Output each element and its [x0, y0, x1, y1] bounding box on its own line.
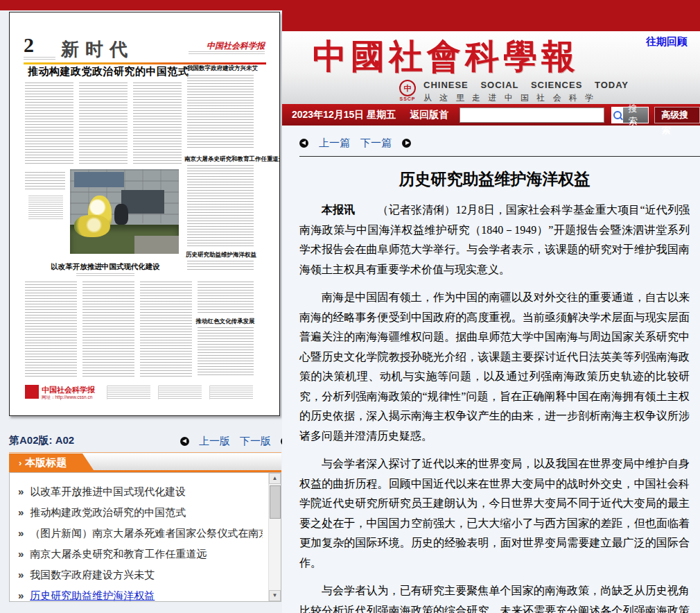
- section-headlines-tab: ›本版标题: [9, 454, 82, 472]
- headline-list-item[interactable]: »（图片新闻）南京大屠杀死难者国家公祭仪式在南京举行: [18, 523, 263, 544]
- headline-list-item[interactable]: »以改革开放推进中国式现代化建设: [18, 481, 263, 502]
- top-red-strip: [0, 0, 282, 10]
- headline-list-item[interactable]: »我国数字政府建设方兴未艾: [18, 564, 263, 585]
- article-title: 历史研究助益维护海洋权益: [299, 169, 690, 190]
- paper-footer-site: 网址：http://www.cssn.cn: [42, 395, 92, 401]
- paper-headline-main: 推动构建政党政治研究的中国范式: [28, 65, 194, 78]
- photo-caption: [28, 196, 63, 219]
- edition-label: 第A02版: A02: [9, 434, 74, 446]
- paper-text-column: [187, 75, 254, 150]
- section-headlines-title: 本版标题: [25, 456, 67, 468]
- headline-link[interactable]: 推动构建政党政治研究的中国范式: [30, 506, 186, 518]
- paper-text-column: [82, 282, 134, 377]
- scrollbar-thumb[interactable]: [270, 485, 281, 519]
- paragraph-text: （记者张清俐）12月8日，国家社会科学基金重大项目“近代列强南海政策与中国海洋权…: [299, 204, 690, 275]
- page: 2 新时代 中国社会科学报 推动构建政党政治研究的中国范式 我国数字政府建设方兴…: [0, 0, 700, 613]
- section-headlines-header: ›本版标题: [9, 452, 281, 472]
- item-arrow-icon: »: [18, 527, 24, 539]
- article-paragraph-4: 与会学者认为，已有研究主要聚焦单个国家的南海政策，尚缺乏从历史视角比较分析近代列…: [299, 581, 690, 613]
- paper-text-column: [198, 282, 254, 315]
- list-scrollbar[interactable]: ▲ ▼: [268, 473, 281, 601]
- memorial-photo: [70, 169, 179, 254]
- headline-link[interactable]: （图片新闻）南京大屠杀死难者国家公祭仪式在南京举行: [30, 527, 263, 539]
- prev-edition-link[interactable]: 上一版: [199, 435, 230, 448]
- paper-footer-info: [107, 386, 150, 399]
- article-paragraph-3: 与会学者深入探讨了近代以来的世界变局，以及我国在世界变局中维护自身权益的曲折历程…: [299, 454, 690, 573]
- next-edition-link[interactable]: 下一版: [240, 435, 271, 448]
- item-arrow-icon: »: [18, 485, 24, 497]
- article-paragraph-2: 南海是中国固有领土，作为中国的南疆以及对外交往的重要通道，自古以来南海的经略事务…: [299, 288, 690, 446]
- sscp-logo-text: SSCP: [399, 96, 417, 101]
- sscp-logo: 中 SSCP: [399, 80, 417, 101]
- paper-text-column: [25, 282, 77, 377]
- headline-list-item[interactable]: »推动构建政党政治研究的中国范式: [18, 502, 263, 523]
- paper-footer-brand: 中国社会科学报: [42, 385, 95, 395]
- item-arrow-icon: »: [18, 506, 24, 518]
- date-text: 2023年12月15日 星期五: [292, 109, 396, 121]
- photo-plaque-top: [74, 172, 124, 187]
- byline-label: 本报讯: [322, 204, 355, 216]
- back-to-front-link[interactable]: 返回版首: [410, 109, 448, 121]
- paper-text-column: [25, 83, 73, 164]
- headline-link[interactable]: 南京大屠杀史研究和教育工作任重道远: [30, 548, 207, 560]
- paper-text-column: [198, 327, 254, 377]
- search-input[interactable]: [460, 107, 604, 123]
- search-button[interactable]: 搜索: [611, 107, 649, 123]
- headline-link[interactable]: 我国数字政府建设方兴未艾: [30, 569, 155, 580]
- paper-text-column: [25, 172, 65, 191]
- edition-row: 第A02版: A02 上一版 下一版: [9, 434, 290, 448]
- photo-flowers: [74, 215, 110, 237]
- paper-headline-nanjing: 南京大屠杀史研究和教育工作任重道远: [184, 155, 256, 164]
- headline-list-item[interactable]: »南京大屠杀史研究和教育工作任重道远: [18, 544, 263, 564]
- paper-headline-redculture: 推动红色文化传承发展: [195, 318, 255, 326]
- sscp-logo-circle: 中: [399, 80, 416, 96]
- prev-article-link[interactable]: 上一篇: [319, 137, 350, 150]
- newspaper-page-preview[interactable]: 2 新时代 中国社会科学报 推动构建政党政治研究的中国范式 我国数字政府建设方兴…: [9, 12, 280, 416]
- paper-footer-info: [158, 386, 202, 399]
- paper-text-column: [79, 83, 128, 164]
- paper-footer-info: [209, 386, 253, 399]
- headline-list: »以改革开放推进中国式现代化建设 »推动构建政党政治研究的中国范式 »（图片新闻…: [9, 472, 281, 602]
- left-column: 2 新时代 中国社会科学报 推动构建政党政治研究的中国范式 我国数字政府建设方兴…: [0, 0, 282, 613]
- paper-headline-reform: 以改革开放推进中国式现代化建设: [50, 262, 161, 272]
- next-article-icon[interactable]: [402, 139, 411, 148]
- photo-person: [114, 204, 128, 225]
- paper-text-column: [187, 165, 254, 247]
- site-masthead: 中國社會科學報: [313, 34, 638, 80]
- paper-headline-ocean: 历史研究助益维护海洋权益: [186, 251, 255, 259]
- date-bar: 2023年12月15日 星期五 返回版首 搜索 高级搜索: [282, 104, 700, 126]
- paper-text-column: [187, 261, 254, 270]
- site-header: 往期回顾 中國社會科學報 中 SSCP CHINESE SOCIAL SCIEN…: [282, 31, 700, 104]
- article-nav: 上一篇 下一篇: [299, 137, 690, 150]
- headline-link[interactable]: 历史研究助益维护海洋权益: [30, 589, 155, 601]
- newspaper-page: 2 新时代 中国社会科学报 推动构建政党政治研究的中国范式 我国数字政府建设方兴…: [10, 12, 279, 415]
- article-area: 上一篇 下一篇 历史研究助益维护海洋权益 本报讯 （记者张清俐）12月8日，国家…: [299, 126, 690, 613]
- prev-article-icon[interactable]: [299, 139, 308, 148]
- magnifier-icon: [613, 111, 622, 119]
- english-name: CHINESE SOCIAL SCIENCES TODAY: [423, 80, 629, 90]
- paper-section-title: 新时代: [61, 37, 134, 62]
- right-column: 往期回顾 中國社會科學報 中 SSCP CHINESE SOCIAL SCIEN…: [282, 0, 700, 613]
- headline-link[interactable]: 以改革开放推进中国式现代化建设: [30, 485, 186, 497]
- next-article-link[interactable]: 下一篇: [360, 137, 392, 150]
- site-tagline: 从 这 里 走 进 中 国 社 会 科 学: [423, 92, 629, 104]
- paper-pubinfo: [189, 51, 265, 55]
- item-arrow-icon: »: [18, 548, 24, 560]
- masthead-subrow: 中 SSCP CHINESE SOCIAL SCIENCES TODAY 从 这…: [399, 80, 629, 102]
- english-block: CHINESE SOCIAL SCIENCES TODAY 从 这 里 走 进 …: [423, 80, 629, 104]
- paper-text-column: [140, 282, 192, 377]
- item-arrow-icon: »: [18, 589, 24, 601]
- prev-edition-icon[interactable]: [180, 437, 189, 446]
- paper-text-column: [133, 83, 182, 164]
- item-arrow-icon: »: [18, 569, 24, 580]
- scroll-up-button[interactable]: ▲: [269, 473, 281, 484]
- advanced-search-button[interactable]: 高级搜索: [654, 107, 700, 123]
- photo-path: [134, 236, 179, 254]
- divider-line: [299, 156, 700, 157]
- headline-list-item-current[interactable]: »历史研究助益维护海洋权益: [18, 585, 263, 602]
- archive-link[interactable]: 往期回顾: [646, 35, 688, 49]
- article-paragraph-1: 本报讯 （记者张清俐）12月8日，国家社会科学基金重大项目“近代列强南海政策与中…: [299, 200, 690, 279]
- paper-dateline: [24, 57, 55, 61]
- scroll-down-button[interactable]: ▼: [269, 590, 281, 601]
- paper-headline-digital: 我国数字政府建设方兴未艾: [187, 64, 254, 73]
